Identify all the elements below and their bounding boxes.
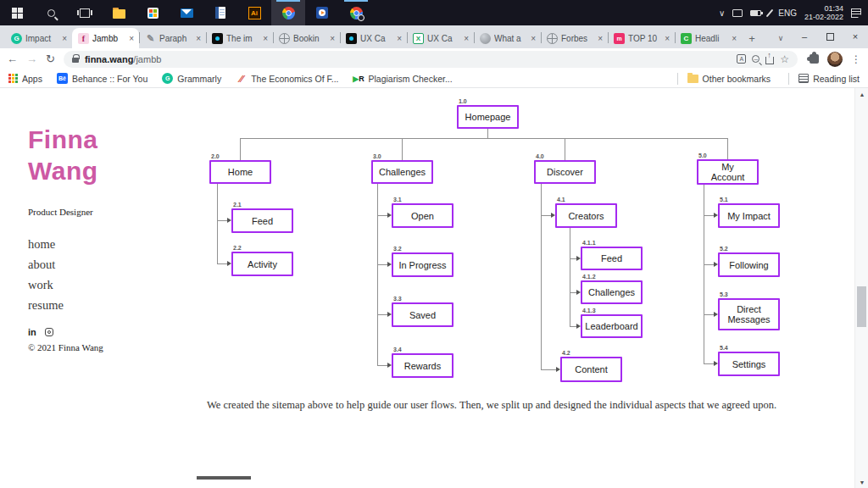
nav-resume[interactable]: resume — [28, 298, 64, 313]
other-bookmarks-button[interactable]: Other bookmarks — [687, 74, 771, 84]
system-tray: ∨ ENG 01:34 21-02-2022 — [719, 0, 868, 25]
tab-ux-case-2[interactable]: XUX Ca× — [407, 28, 474, 48]
battery-icon[interactable] — [750, 10, 761, 16]
start-button[interactable] — [0, 0, 34, 25]
extensions-icon[interactable] — [810, 54, 819, 64]
tab-close-icon[interactable]: × — [128, 34, 135, 43]
connector — [487, 129, 488, 138]
hidden-icons-chevron[interactable]: ∨ — [719, 8, 725, 18]
tab-top10[interactable]: mTOP 10× — [608, 28, 675, 48]
nav-work[interactable]: work — [28, 278, 64, 292]
tab-booking[interactable]: Bookin× — [273, 28, 340, 48]
new-tab-button[interactable]: + — [742, 28, 762, 48]
sitemap-node-feed: 2.1Feed — [231, 208, 293, 233]
tab-search-chevron[interactable]: ∨ — [770, 28, 792, 48]
grammarly-icon: G — [162, 73, 173, 84]
action-center-icon[interactable] — [851, 8, 861, 18]
grammarly-favicon: G — [11, 33, 22, 44]
chrome-icon — [282, 7, 295, 19]
tab-headline[interactable]: CHeadli× — [675, 28, 742, 48]
share-icon[interactable] — [765, 57, 774, 64]
media-player-button[interactable] — [305, 0, 339, 25]
scrollbar-thumb[interactable] — [857, 286, 866, 327]
chrome-profile-button[interactable] — [339, 0, 373, 25]
forward-button[interactable]: → — [26, 53, 37, 65]
tab-the-im[interactable]: The im× — [206, 28, 273, 48]
tab-ux-case-1[interactable]: UX Ca× — [340, 28, 407, 48]
tablet-mode-icon[interactable] — [732, 9, 743, 17]
tab-close-icon[interactable]: × — [61, 34, 68, 43]
clock[interactable]: 01:34 21-02-2022 — [804, 4, 843, 21]
translate-icon[interactable]: A — [737, 54, 746, 64]
connector — [570, 258, 576, 259]
address-bar[interactable]: finna.wang/jambb A – ☆ — [64, 51, 798, 68]
bookmark-apps[interactable]: Apps — [8, 74, 42, 84]
tab-what[interactable]: What a× — [474, 28, 541, 48]
word-button[interactable] — [203, 0, 237, 25]
microsoft-store-button[interactable] — [136, 0, 170, 25]
bookmark-economics[interactable]: ⁄⁄The Economics Of F... — [236, 73, 338, 84]
tab-jambb-active[interactable]: fJambb× — [72, 28, 139, 48]
word-document-icon — [215, 7, 225, 19]
nav-home[interactable]: home — [28, 237, 64, 252]
tab-close-icon[interactable]: × — [731, 34, 737, 43]
chrome-taskbar-button[interactable] — [271, 0, 305, 25]
sitemap-node-saved: 3.3Saved — [392, 302, 453, 327]
sitemap-node-direct-messages: 5.3Direct Messages — [718, 298, 780, 330]
task-view-button[interactable] — [68, 0, 102, 25]
next-section-edge — [197, 476, 251, 480]
role-text: Product Designer — [28, 207, 93, 217]
bookmark-grammarly[interactable]: GGrammarly — [162, 73, 221, 84]
illustrator-button[interactable]: Ai — [237, 0, 271, 25]
folder-icon — [113, 9, 125, 19]
file-explorer-button[interactable] — [102, 0, 136, 25]
site-logo[interactable]: Finna Wang — [28, 124, 98, 186]
pen-icon[interactable] — [766, 8, 774, 17]
tab-impact[interactable]: GImpact× — [5, 28, 72, 48]
tab-close-icon[interactable]: × — [530, 34, 537, 43]
reading-list-button[interactable]: Reading list — [798, 74, 860, 84]
muzli-favicon: m — [614, 33, 625, 44]
tab-close-icon[interactable]: × — [329, 34, 336, 43]
bookmark-plagiarism[interactable]: ▶RPlagiarism Checker... — [353, 73, 452, 84]
tab-paraphrase[interactable]: ✎Paraph× — [139, 28, 206, 48]
tab-strip: GImpact× fJambb× ✎Paraph× The im× Bookin… — [0, 25, 868, 48]
sitemap-node-my-account: 5.0My Account — [697, 159, 759, 185]
sphere-favicon — [480, 33, 491, 44]
tab-close-icon[interactable]: × — [396, 34, 403, 43]
tab-close-icon[interactable]: × — [463, 34, 470, 43]
taskbar-search-button[interactable] — [34, 0, 68, 25]
tab-close-icon[interactable]: × — [597, 34, 604, 43]
tab-close-icon[interactable]: × — [262, 34, 269, 43]
profile-avatar[interactable] — [827, 52, 843, 67]
sitemap-node-settings: 5.4Settings — [718, 352, 780, 376]
lock-icon[interactable] — [72, 58, 79, 63]
bookmark-star-icon[interactable]: ☆ — [780, 53, 789, 65]
language-indicator[interactable]: ENG — [778, 8, 797, 18]
linkedin-icon[interactable]: in — [28, 327, 36, 337]
mail-button[interactable] — [170, 0, 203, 25]
tab-close-icon[interactable]: × — [195, 34, 202, 43]
sitemap-node-in-progress: 3.2In Progress — [392, 252, 453, 277]
maximize-button[interactable] — [817, 25, 843, 47]
instagram-icon[interactable] — [45, 328, 53, 336]
tab-close-icon[interactable]: × — [664, 34, 670, 43]
time-text: 01:34 — [804, 4, 843, 13]
close-button[interactable]: × — [843, 25, 868, 47]
zoom-out-icon[interactable]: – — [752, 55, 760, 63]
connector — [377, 184, 378, 365]
bookmark-behance[interactable]: BēBehance :: For You — [57, 73, 147, 84]
scroll-up-arrow[interactable]: ▲ — [855, 88, 868, 100]
scroll-down-arrow[interactable]: ▼ — [855, 476, 868, 488]
browser-menu-icon[interactable]: ⋮ — [851, 53, 861, 65]
back-button[interactable]: ← — [7, 53, 18, 65]
divider — [788, 73, 789, 85]
page-scrollbar[interactable]: ▲ ▼ — [854, 88, 868, 488]
connector — [541, 369, 556, 370]
nav-about[interactable]: about — [28, 258, 64, 272]
copyright-text: © 2021 Finna Wang — [28, 342, 103, 352]
tab-forbes[interactable]: Forbes× — [541, 28, 608, 48]
minimize-button[interactable]: – — [792, 25, 817, 47]
reload-button[interactable]: ↻ — [46, 53, 55, 65]
connector — [565, 138, 565, 160]
